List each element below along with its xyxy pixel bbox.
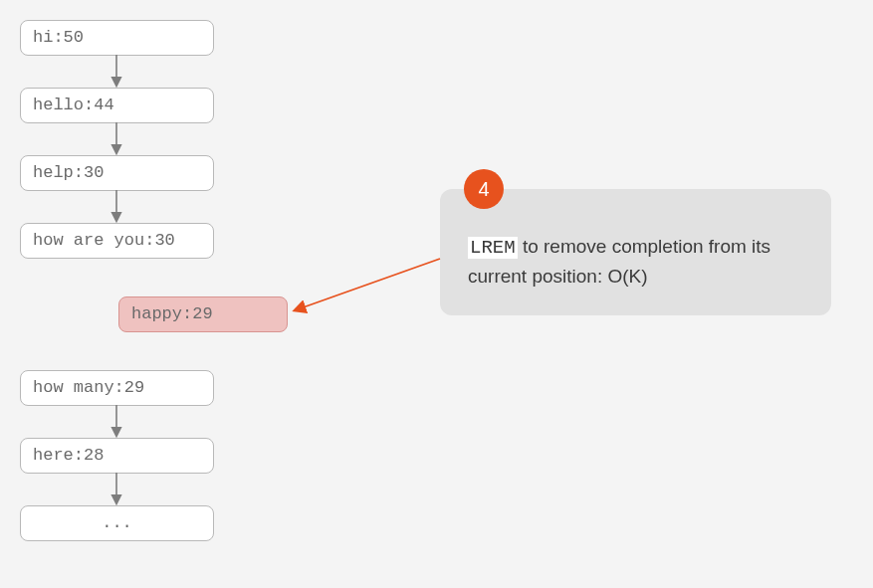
list-node-ellipsis: ...: [20, 505, 214, 541]
step-badge: 4: [464, 169, 504, 209]
node-label: how many:29: [33, 378, 144, 397]
list-node-here: here:28: [20, 438, 214, 474]
step-number: 4: [478, 175, 489, 204]
node-label: hello:44: [33, 96, 114, 114]
list-node-hello: hello:44: [20, 88, 214, 123]
callout-text: LREM to remove completion from its curre…: [468, 233, 803, 290]
node-label: ...: [102, 513, 132, 532]
list-node-how-are-you: how are you:30: [20, 223, 214, 259]
node-label: happy:29: [131, 304, 213, 323]
callout-code: LREM: [468, 237, 518, 259]
list-node-happy-highlight: happy:29: [118, 296, 288, 332]
node-label: how are you:30: [33, 231, 175, 250]
callout-box: 4 LREM to remove completion from its cur…: [440, 189, 831, 315]
callout-arrow: [295, 259, 440, 310]
list-node-help: help:30: [20, 155, 214, 191]
node-label: help:30: [33, 163, 104, 182]
list-node-how-many: how many:29: [20, 370, 214, 406]
list-node-hi: hi:50: [20, 20, 214, 56]
node-label: here:28: [33, 446, 104, 465]
node-label: hi:50: [33, 28, 84, 47]
